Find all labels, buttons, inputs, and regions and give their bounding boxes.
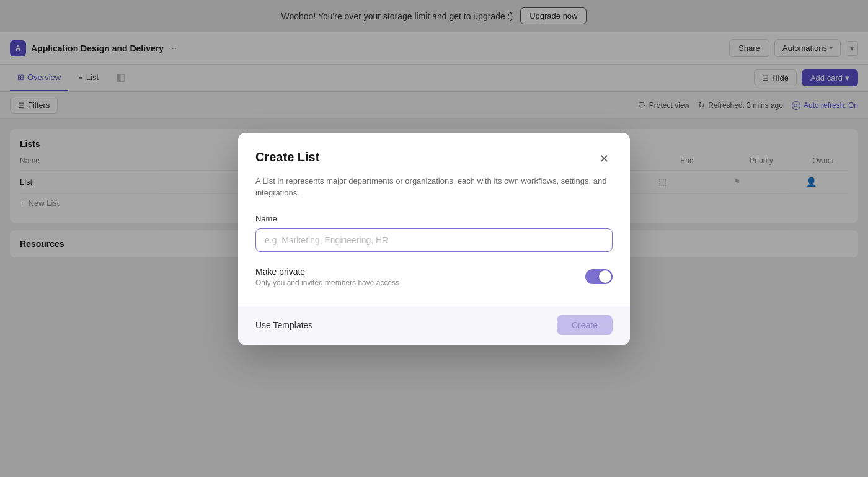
toggle-knob <box>599 270 611 283</box>
modal-footer: Use Templates Create <box>238 305 630 345</box>
create-button[interactable]: Create <box>557 315 613 335</box>
modal-description: A List in represents major departments o… <box>255 175 613 199</box>
modal-header: Create List ✕ <box>255 150 613 167</box>
use-templates-button[interactable]: Use Templates <box>255 320 312 330</box>
modal-overlay[interactable]: Create List ✕ A List in represents major… <box>0 0 868 477</box>
modal-title: Create List <box>255 150 319 164</box>
make-private-left: Make private Only you and invited member… <box>255 267 399 287</box>
modal-body: Create List ✕ A List in represents major… <box>238 133 630 305</box>
create-list-modal: Create List ✕ A List in represents major… <box>238 133 630 345</box>
make-private-title: Make private <box>255 267 399 277</box>
name-field-label: Name <box>255 214 613 223</box>
make-private-row: Make private Only you and invited member… <box>255 267 613 305</box>
name-input[interactable] <box>255 228 613 252</box>
make-private-desc: Only you and invited members have access <box>255 279 399 287</box>
make-private-toggle[interactable] <box>585 269 613 284</box>
modal-close-button[interactable]: ✕ <box>595 150 613 167</box>
